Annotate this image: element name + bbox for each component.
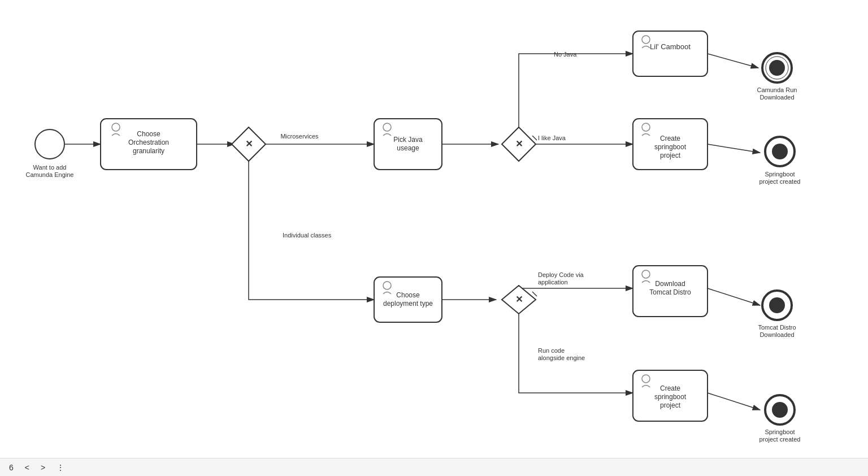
- svg-text:project: project: [660, 401, 681, 409]
- start-event-1: [35, 129, 64, 159]
- nav-next-button[interactable]: >: [37, 462, 49, 473]
- svg-point-39: [642, 375, 650, 383]
- diagram-container: Want to add Camunda Engine Choose Orches…: [0, 0, 868, 476]
- svg-point-37: [769, 297, 785, 313]
- label-no-java: No Java: [554, 51, 577, 58]
- svg-line-5: [708, 54, 758, 68]
- svg-point-22: [769, 60, 785, 76]
- menu-button[interactable]: ⋮: [53, 462, 68, 473]
- start-event-1-label: Want to add: [33, 164, 67, 171]
- svg-text:✕: ✕: [515, 139, 523, 149]
- svg-text:springboot: springboot: [654, 393, 687, 401]
- svg-text:Orchestration: Orchestration: [128, 139, 169, 146]
- svg-text:Downloaded: Downloaded: [760, 331, 794, 338]
- svg-text:project created: project created: [760, 436, 801, 443]
- end-event-1-label: Camunda Run: [757, 86, 797, 93]
- task6-label: Download: [655, 280, 685, 288]
- svg-point-24: [642, 123, 650, 131]
- label-run-code: Run code: [538, 347, 565, 354]
- task2-label: Pick Java: [393, 136, 423, 144]
- svg-point-42: [772, 402, 788, 418]
- end-event-3-label: Tomcat Distro: [758, 324, 796, 331]
- svg-text:project created: project created: [760, 178, 801, 185]
- svg-text:Tomcat Distro: Tomcat Distro: [649, 288, 691, 296]
- task3-label: Lil' Camboot: [650, 42, 691, 51]
- task5-label: Choose: [396, 291, 420, 299]
- label-individual-classes: Individual classes: [283, 232, 332, 239]
- svg-text:✕: ✕: [515, 295, 523, 304]
- svg-point-16: [383, 123, 391, 131]
- bottom-bar: 6 < > ⋮: [0, 458, 868, 476]
- nav-prev-button[interactable]: <: [21, 462, 33, 473]
- page-number: 6: [6, 462, 17, 473]
- svg-text:project: project: [660, 152, 681, 159]
- svg-text:granularity: granularity: [133, 147, 164, 155]
- svg-line-19: [532, 136, 537, 140]
- svg-point-35: [642, 270, 650, 278]
- svg-line-9: [708, 393, 760, 410]
- label-deploy-code: Deploy Code via: [538, 271, 584, 278]
- svg-text:Camunda Engine: Camunda Engine: [25, 171, 73, 178]
- svg-line-8: [708, 288, 760, 305]
- svg-line-32: [532, 292, 537, 296]
- svg-text:application: application: [538, 279, 568, 285]
- svg-text:useage: useage: [397, 144, 419, 152]
- end-event-2-label: Springboot: [765, 171, 795, 178]
- svg-point-27: [772, 144, 788, 159]
- svg-point-29: [383, 282, 391, 289]
- svg-point-12: [112, 123, 120, 131]
- label-i-like-java: I like Java: [538, 135, 566, 141]
- svg-text:✕: ✕: [245, 139, 253, 149]
- task1-label: Choose: [137, 130, 160, 138]
- task7-label: Create: [660, 384, 680, 392]
- svg-text:springboot: springboot: [654, 143, 687, 151]
- label-microservices: Microservices: [280, 133, 319, 140]
- svg-text:deployment type: deployment type: [383, 300, 433, 308]
- bpmn-diagram: Want to add Camunda Engine Choose Orches…: [0, 0, 868, 476]
- end-event-4-label: Springboot: [765, 429, 795, 435]
- svg-text:Downloaded: Downloaded: [760, 94, 794, 101]
- svg-point-20: [642, 36, 650, 44]
- svg-line-6: [708, 144, 760, 153]
- task4-label: Create: [660, 135, 680, 142]
- svg-text:alongside engine: alongside engine: [538, 354, 585, 361]
